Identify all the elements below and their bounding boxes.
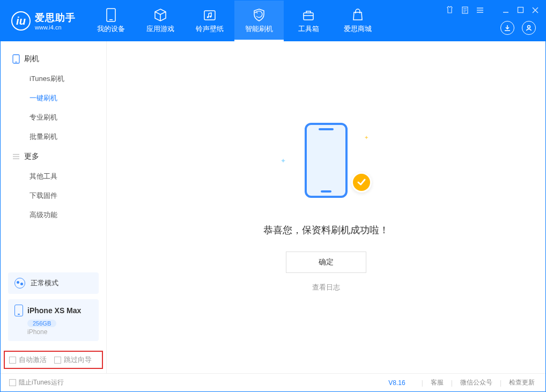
checkbox-auto-activate[interactable]: 自动激活: [9, 355, 47, 365]
mode-label: 正常模式: [31, 278, 58, 288]
music-folder-icon: [203, 8, 217, 22]
device-type: iPhone: [27, 328, 92, 336]
svg-rect-5: [304, 13, 313, 20]
titlebar: iu 爱思助手 www.i4.cn 我的设备 应用游戏: [1, 1, 545, 41]
nav-my-device[interactable]: 我的设备: [86, 1, 136, 41]
svg-point-4: [210, 16, 212, 18]
tshirt-icon[interactable]: [446, 6, 454, 14]
checkbox-icon: [54, 357, 61, 364]
close-icon[interactable]: [532, 6, 539, 14]
sidebar-item-download-firmware[interactable]: 下载固件: [1, 186, 106, 205]
sidebar-item-pro-flash[interactable]: 专业刷机: [1, 108, 106, 127]
download-icon[interactable]: [500, 21, 514, 35]
version-label: V8.16: [388, 379, 405, 387]
sidebar-item-oneclick-flash[interactable]: 一键刷机: [1, 88, 106, 108]
svg-rect-20: [15, 62, 17, 62]
cube-icon: [153, 8, 167, 22]
nav-toolbox[interactable]: 工具箱: [284, 1, 333, 41]
sidebar-item-advanced[interactable]: 高级功能: [1, 205, 106, 225]
success-illustration: ✦ ✦ ✦: [286, 123, 366, 209]
device-name: iPhone XS Max: [27, 306, 81, 315]
sidebar-item-batch-flash[interactable]: 批量刷机: [1, 127, 106, 146]
svg-point-3: [207, 16, 209, 18]
main-content: ✦ ✦ ✦ 恭喜您，保资料刷机成功啦！ 确定 查看日志: [107, 41, 545, 373]
note-icon[interactable]: [461, 6, 469, 14]
check-icon: [351, 172, 372, 193]
link-support[interactable]: 客服: [429, 378, 446, 387]
window-controls: [446, 6, 539, 14]
shield-icon: [252, 8, 266, 22]
body: 刷机 iTunes刷机 一键刷机 专业刷机 批量刷机 更多 其他工具 下载固件 …: [1, 41, 545, 373]
section-more: 更多: [1, 146, 106, 167]
view-log-link[interactable]: 查看日志: [312, 283, 340, 292]
mode-icon: [14, 278, 25, 289]
sidebar-item-itunes-flash[interactable]: iTunes刷机: [1, 69, 106, 88]
checkbox-icon: [9, 357, 16, 364]
mode-card[interactable]: 正常模式: [8, 272, 99, 294]
svg-rect-15: [518, 8, 523, 13]
device-icon: [12, 54, 20, 64]
app-url: www.i4.cn: [35, 24, 76, 31]
maximize-icon[interactable]: [517, 6, 524, 13]
storage-badge: 256GB: [27, 320, 56, 327]
device-panel: 正常模式 iPhone XS Max 256GB iPhone: [1, 268, 106, 345]
svg-rect-1: [109, 19, 113, 20]
statusbar: 阻止iTunes运行 V8.16 | 客服 | 微信公众号 | 检查更新: [1, 373, 545, 391]
menu-icon[interactable]: [476, 6, 484, 14]
logo-icon: iu: [11, 11, 31, 31]
phone-icon: [104, 8, 118, 22]
logo[interactable]: iu 爱思助手 www.i4.cn: [1, 1, 86, 41]
sparkle-icon: ✦: [281, 157, 286, 165]
svg-rect-2: [204, 11, 215, 20]
user-icon[interactable]: [522, 21, 536, 35]
checkbox-icon: [9, 379, 16, 386]
section-flash: 刷机: [1, 49, 106, 69]
phone-icon: [14, 305, 23, 316]
link-wechat[interactable]: 微信公众号: [458, 378, 495, 387]
phone-illustration: [305, 123, 348, 198]
success-message: 恭喜您，保资料刷机成功啦！: [263, 224, 389, 236]
app-name: 爱思助手: [35, 11, 76, 24]
sidebar-menu: 刷机 iTunes刷机 一键刷机 专业刷机 批量刷机 更多 其他工具 下载固件 …: [1, 41, 106, 232]
toolbox-icon: [301, 8, 315, 22]
list-icon: [12, 153, 20, 160]
bottom-options: 自动激活 跳过向导: [4, 351, 103, 369]
checkbox-skip-guide[interactable]: 跳过向导: [54, 355, 92, 365]
device-card[interactable]: iPhone XS Max 256GB iPhone: [8, 299, 99, 341]
svg-point-18: [528, 26, 530, 28]
link-check-update[interactable]: 检查更新: [507, 378, 537, 387]
sidebar: 刷机 iTunes刷机 一键刷机 专业刷机 批量刷机 更多 其他工具 下载固件 …: [1, 41, 107, 373]
minimize-icon[interactable]: [502, 6, 510, 14]
top-nav: 我的设备 应用游戏 铃声壁纸 智能刷机: [86, 1, 382, 41]
sidebar-item-other-tools[interactable]: 其他工具: [1, 167, 106, 186]
checkbox-block-itunes[interactable]: 阻止iTunes运行: [9, 378, 64, 387]
sparkle-icon: ✦: [364, 135, 368, 140]
nav-smart-flash[interactable]: 智能刷机: [234, 1, 284, 41]
nav-store[interactable]: 爱思商城: [333, 1, 382, 41]
ok-button[interactable]: 确定: [286, 252, 366, 273]
header-bottom-actions: [500, 21, 536, 35]
app-window: iu 爱思助手 www.i4.cn 我的设备 应用游戏: [0, 0, 546, 392]
bag-icon: [351, 8, 365, 22]
nav-ringtones-wallpapers[interactable]: 铃声壁纸: [185, 1, 234, 41]
nav-apps-games[interactable]: 应用游戏: [136, 1, 185, 41]
